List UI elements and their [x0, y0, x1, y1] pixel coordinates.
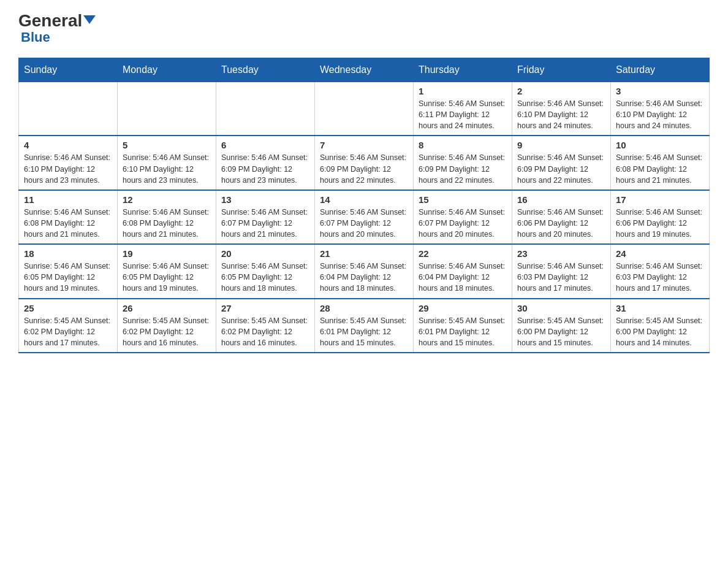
page-header: General Blue — [18, 12, 710, 45]
day-number: 15 — [419, 194, 507, 205]
calendar-cell: 6Sunrise: 5:46 AM Sunset: 6:09 PM Daylig… — [216, 136, 315, 190]
calendar-cell: 8Sunrise: 5:46 AM Sunset: 6:09 PM Daylig… — [414, 136, 512, 190]
day-info: Sunrise: 5:46 AM Sunset: 6:05 PM Dayligh… — [123, 261, 211, 294]
calendar-week-row: 1Sunrise: 5:46 AM Sunset: 6:11 PM Daylig… — [19, 82, 710, 136]
calendar-header-row: SundayMondayTuesdayWednesdayThursdayFrid… — [19, 58, 710, 82]
day-info: Sunrise: 5:46 AM Sunset: 6:08 PM Dayligh… — [24, 207, 112, 240]
calendar-cell: 15Sunrise: 5:46 AM Sunset: 6:07 PM Dayli… — [414, 190, 512, 244]
day-info: Sunrise: 5:46 AM Sunset: 6:10 PM Dayligh… — [24, 152, 112, 185]
day-number: 28 — [320, 303, 408, 313]
calendar-cell: 5Sunrise: 5:46 AM Sunset: 6:10 PM Daylig… — [118, 136, 216, 190]
logo-general-text: General — [18, 12, 96, 29]
day-info: Sunrise: 5:46 AM Sunset: 6:10 PM Dayligh… — [123, 152, 211, 185]
calendar-week-row: 18Sunrise: 5:46 AM Sunset: 6:05 PM Dayli… — [19, 244, 710, 298]
day-info: Sunrise: 5:45 AM Sunset: 6:01 PM Dayligh… — [320, 315, 408, 348]
day-info: Sunrise: 5:46 AM Sunset: 6:03 PM Dayligh… — [616, 261, 704, 294]
day-info: Sunrise: 5:46 AM Sunset: 6:07 PM Dayligh… — [419, 207, 507, 240]
day-number: 5 — [123, 140, 211, 150]
day-info: Sunrise: 5:46 AM Sunset: 6:09 PM Dayligh… — [221, 152, 309, 185]
calendar-cell: 20Sunrise: 5:46 AM Sunset: 6:05 PM Dayli… — [216, 244, 315, 298]
day-number: 3 — [616, 86, 704, 96]
calendar-cell: 23Sunrise: 5:46 AM Sunset: 6:03 PM Dayli… — [512, 244, 611, 298]
day-number: 9 — [517, 140, 605, 150]
day-info: Sunrise: 5:45 AM Sunset: 6:02 PM Dayligh… — [123, 315, 211, 348]
col-header-saturday: Saturday — [611, 58, 710, 82]
calendar-cell: 26Sunrise: 5:45 AM Sunset: 6:02 PM Dayli… — [118, 299, 216, 353]
calendar-cell — [19, 82, 118, 136]
day-number: 4 — [24, 140, 112, 150]
day-info: Sunrise: 5:45 AM Sunset: 6:02 PM Dayligh… — [221, 315, 309, 348]
day-number: 10 — [616, 140, 704, 150]
day-number: 29 — [419, 303, 507, 313]
day-number: 23 — [517, 248, 605, 259]
day-info: Sunrise: 5:46 AM Sunset: 6:09 PM Dayligh… — [320, 152, 408, 185]
day-number: 22 — [419, 248, 507, 259]
day-info: Sunrise: 5:45 AM Sunset: 6:00 PM Dayligh… — [616, 315, 704, 348]
calendar-cell: 12Sunrise: 5:46 AM Sunset: 6:08 PM Dayli… — [118, 190, 216, 244]
day-number: 1 — [419, 86, 507, 96]
calendar-cell: 31Sunrise: 5:45 AM Sunset: 6:00 PM Dayli… — [611, 299, 710, 353]
day-number: 21 — [320, 248, 408, 259]
col-header-wednesday: Wednesday — [315, 58, 414, 82]
logo-blue-text: Blue — [21, 29, 50, 45]
calendar-cell: 18Sunrise: 5:46 AM Sunset: 6:05 PM Dayli… — [19, 244, 118, 298]
day-info: Sunrise: 5:45 AM Sunset: 6:00 PM Dayligh… — [517, 315, 605, 348]
calendar-cell: 30Sunrise: 5:45 AM Sunset: 6:00 PM Dayli… — [512, 299, 611, 353]
calendar-cell: 7Sunrise: 5:46 AM Sunset: 6:09 PM Daylig… — [315, 136, 414, 190]
day-info: Sunrise: 5:45 AM Sunset: 6:02 PM Dayligh… — [24, 315, 112, 348]
day-info: Sunrise: 5:46 AM Sunset: 6:05 PM Dayligh… — [24, 261, 112, 294]
day-info: Sunrise: 5:46 AM Sunset: 6:06 PM Dayligh… — [616, 207, 704, 240]
calendar-cell: 19Sunrise: 5:46 AM Sunset: 6:05 PM Dayli… — [118, 244, 216, 298]
col-header-tuesday: Tuesday — [216, 58, 315, 82]
calendar-cell: 4Sunrise: 5:46 AM Sunset: 6:10 PM Daylig… — [19, 136, 118, 190]
col-header-sunday: Sunday — [19, 58, 118, 82]
day-info: Sunrise: 5:46 AM Sunset: 6:05 PM Dayligh… — [221, 261, 309, 294]
calendar-week-row: 11Sunrise: 5:46 AM Sunset: 6:08 PM Dayli… — [19, 190, 710, 244]
day-info: Sunrise: 5:46 AM Sunset: 6:06 PM Dayligh… — [517, 207, 605, 240]
logo-triangle-icon — [83, 15, 96, 24]
day-info: Sunrise: 5:46 AM Sunset: 6:08 PM Dayligh… — [123, 207, 211, 240]
day-number: 26 — [123, 303, 211, 313]
day-number: 16 — [517, 194, 605, 205]
calendar-cell — [216, 82, 315, 136]
calendar-cell: 27Sunrise: 5:45 AM Sunset: 6:02 PM Dayli… — [216, 299, 315, 353]
day-info: Sunrise: 5:46 AM Sunset: 6:11 PM Dayligh… — [419, 98, 507, 131]
calendar-cell: 17Sunrise: 5:46 AM Sunset: 6:06 PM Dayli… — [611, 190, 710, 244]
day-info: Sunrise: 5:46 AM Sunset: 6:08 PM Dayligh… — [616, 152, 704, 185]
day-info: Sunrise: 5:46 AM Sunset: 6:04 PM Dayligh… — [419, 261, 507, 294]
calendar-cell: 24Sunrise: 5:46 AM Sunset: 6:03 PM Dayli… — [611, 244, 710, 298]
day-info: Sunrise: 5:46 AM Sunset: 6:07 PM Dayligh… — [320, 207, 408, 240]
calendar-week-row: 25Sunrise: 5:45 AM Sunset: 6:02 PM Dayli… — [19, 299, 710, 353]
day-number: 20 — [221, 248, 309, 259]
day-number: 12 — [123, 194, 211, 205]
day-info: Sunrise: 5:46 AM Sunset: 6:04 PM Dayligh… — [320, 261, 408, 294]
day-number: 24 — [616, 248, 704, 259]
day-info: Sunrise: 5:46 AM Sunset: 6:10 PM Dayligh… — [616, 98, 704, 131]
day-info: Sunrise: 5:46 AM Sunset: 6:09 PM Dayligh… — [419, 152, 507, 185]
day-number: 31 — [616, 303, 704, 313]
calendar-cell — [118, 82, 216, 136]
calendar-cell: 3Sunrise: 5:46 AM Sunset: 6:10 PM Daylig… — [611, 82, 710, 136]
calendar-table: SundayMondayTuesdayWednesdayThursdayFrid… — [18, 58, 710, 353]
calendar-cell: 29Sunrise: 5:45 AM Sunset: 6:01 PM Dayli… — [414, 299, 512, 353]
col-header-monday: Monday — [118, 58, 216, 82]
day-number: 8 — [419, 140, 507, 150]
calendar-cell: 2Sunrise: 5:46 AM Sunset: 6:10 PM Daylig… — [512, 82, 611, 136]
day-number: 13 — [221, 194, 309, 205]
calendar-week-row: 4Sunrise: 5:46 AM Sunset: 6:10 PM Daylig… — [19, 136, 710, 190]
calendar-cell: 10Sunrise: 5:46 AM Sunset: 6:08 PM Dayli… — [611, 136, 710, 190]
day-number: 6 — [221, 140, 309, 150]
calendar-cell: 11Sunrise: 5:46 AM Sunset: 6:08 PM Dayli… — [19, 190, 118, 244]
day-info: Sunrise: 5:46 AM Sunset: 6:07 PM Dayligh… — [221, 207, 309, 240]
calendar-cell: 16Sunrise: 5:46 AM Sunset: 6:06 PM Dayli… — [512, 190, 611, 244]
calendar-cell: 28Sunrise: 5:45 AM Sunset: 6:01 PM Dayli… — [315, 299, 414, 353]
day-info: Sunrise: 5:46 AM Sunset: 6:10 PM Dayligh… — [517, 98, 605, 131]
day-number: 25 — [24, 303, 112, 313]
day-info: Sunrise: 5:46 AM Sunset: 6:09 PM Dayligh… — [517, 152, 605, 185]
day-number: 18 — [24, 248, 112, 259]
col-header-thursday: Thursday — [414, 58, 512, 82]
day-number: 17 — [616, 194, 704, 205]
day-number: 11 — [24, 194, 112, 205]
day-number: 14 — [320, 194, 408, 205]
day-info: Sunrise: 5:45 AM Sunset: 6:01 PM Dayligh… — [419, 315, 507, 348]
